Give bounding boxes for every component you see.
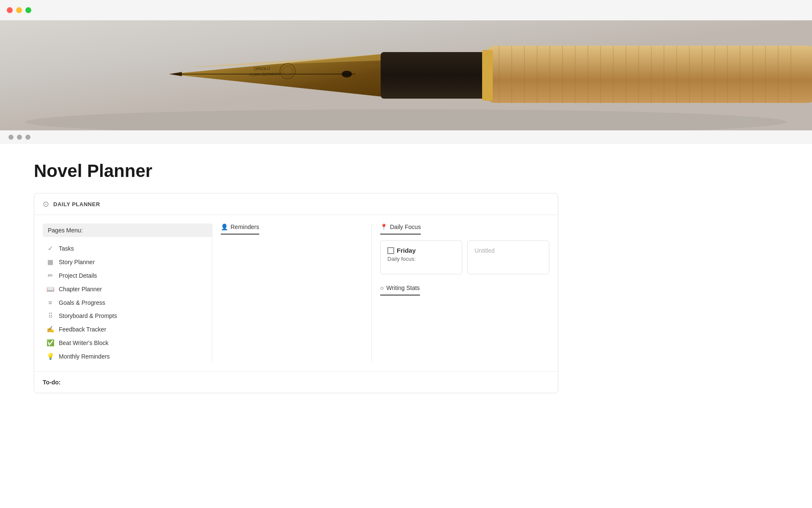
menu-item-label: Feedback Tracker [59,326,106,333]
untitled-card[interactable]: Untitled [467,240,549,274]
dots-icon: ⠿ [46,312,55,320]
carousel-dot-1[interactable] [8,135,14,140]
menu-item-tasks[interactable]: ✓ Tasks [43,242,212,255]
reminders-icon: 👤 [221,224,228,230]
menu-item-story-planner[interactable]: ▦ Story Planner [43,256,212,268]
friday-card: Friday Daily focus: [380,240,462,274]
svg-point-37 [342,71,352,77]
list-icon: ≡ [46,299,55,306]
maximize-button[interactable] [25,7,31,13]
page-title: Novel Planner [34,161,558,181]
titlebar [0,0,812,20]
menu-item-feedback-tracker[interactable]: ✍ Feedback Tracker [43,323,212,336]
svg-rect-27 [381,52,491,99]
writing-stats-label: Writing Stats [386,284,420,291]
daily-focus-label: Daily Focus [390,224,421,230]
carousel-dots [0,130,812,144]
edit-icon: ✍ [46,326,55,333]
menu-item-label: Tasks [59,245,74,252]
menu-item-project-details[interactable]: ✏ Project Details [43,269,212,282]
menu-item-chapter-planner[interactable]: 📖 Chapter Planner [43,283,212,295]
carousel-dot-3[interactable] [25,135,30,140]
focus-cards: Friday Daily focus: Untitled [380,240,549,274]
carousel-dot-2[interactable] [17,135,22,140]
book-icon: 📖 [46,285,55,293]
svg-text:ORIOLU: ORIOLU [254,66,270,71]
menu-items: ✓ Tasks ▦ Story Planner ✏ Project Detail… [43,242,212,363]
untitled-label: Untitled [475,247,494,254]
menu-item-label: Beat Writer's Block [59,340,109,346]
reminders-label: Reminders [230,224,259,230]
checkmark-circle-icon: ✅ [46,339,55,347]
close-button[interactable] [7,7,13,13]
menu-item-label: Goals & Progress [59,299,105,306]
card-body: Pages Menu: ✓ Tasks ▦ Story Planner ✏ Pr… [34,215,558,371]
pages-menu-label: Pages Menu: [43,224,212,237]
card-header: ⊙ DAILY PLANNER [34,193,558,215]
menu-item-storyboard-prompts[interactable]: ⠿ Storyboard & Prompts [43,309,212,322]
menu-item-label: Monthly Reminders [59,353,110,360]
menu-item-goals-progress[interactable]: ≡ Goals & Progress [43,296,212,309]
page-content: Novel Planner ⊙ DAILY PLANNER Pages Menu… [0,144,592,410]
menu-item-label: Chapter Planner [59,286,102,293]
daily-focus-tab[interactable]: 📍 Daily Focus [380,224,421,235]
menu-item-monthly-reminders[interactable]: 💡 Monthly Reminders [43,350,212,363]
hero-image: ORIOLU PORN GERMANY [0,20,812,130]
menu-item-beat-writers-block[interactable]: ✅ Beat Writer's Block [43,337,212,349]
right-panel: 📍 Daily Focus Friday Daily focus: Un [372,224,549,363]
planner-icon: ⊙ [43,199,49,209]
menu-item-label: Storyboard & Prompts [59,312,117,319]
circle-icon: ○ [380,284,384,291]
middle-panel: 👤 Reminders [212,224,372,363]
lightbulb-icon: 💡 [46,353,55,360]
day-circle-icon [387,247,394,254]
daily-focus-subtitle: Daily focus: [387,256,455,262]
reminders-tab[interactable]: 👤 Reminders [221,224,259,235]
left-panel: Pages Menu: ✓ Tasks ▦ Story Planner ✏ Pr… [43,224,212,363]
menu-item-label: Project Details [59,272,97,279]
svg-rect-28 [482,50,493,101]
daily-planner-card: ⊙ DAILY PLANNER Pages Menu: ✓ Tasks ▦ St… [34,193,558,393]
svg-rect-2 [486,46,812,103]
todo-label: To-do: [43,379,61,386]
pin-icon: 📍 [380,224,387,230]
card-header-title: DAILY PLANNER [53,201,100,207]
bottom-section: To-do: [34,371,558,393]
pencil-icon: ✏ [46,272,55,279]
writing-stats-tab[interactable]: ○ Writing Stats [380,284,420,295]
day-label: Friday [397,247,416,254]
minimize-button[interactable] [16,7,22,13]
day-name: Friday [387,247,455,254]
check-icon: ✓ [46,245,55,252]
grid-icon: ▦ [46,258,55,266]
menu-item-label: Story Planner [59,259,95,265]
